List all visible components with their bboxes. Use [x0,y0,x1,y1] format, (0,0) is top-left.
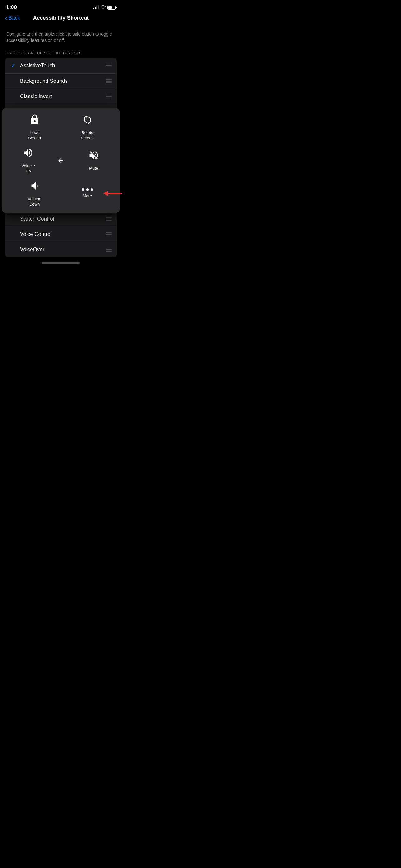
popup-item-mute[interactable]: Mute [81,150,106,171]
volume-down-icon [29,180,40,194]
rotate-icon [82,114,93,128]
list-item-assistive-touch[interactable]: ✓ AssistiveTouch [5,58,117,74]
popup-item-rotate-screen[interactable]: RotateScreen [75,114,100,141]
drag-handle[interactable] [106,232,112,236]
signal-icon [93,6,99,9]
page-title: Accessibility Shortcut [33,15,89,21]
list-item-switch-control[interactable]: Switch Control [5,212,117,227]
popup-item-lock-screen[interactable]: LockScreen [22,114,47,141]
popup-back-arrow[interactable] [56,157,66,164]
status-icons [93,5,115,10]
popup-item-volume-up[interactable]: VolumeUp [15,147,41,174]
more-dots-icon [82,188,93,191]
list-item-label: Switch Control [20,216,54,222]
status-bar: 1:00 [0,0,122,12]
battery-icon [107,6,115,10]
popup-item-volume-down[interactable]: VolumeDown [22,180,47,207]
popup-item-more[interactable]: More [75,188,100,199]
list-item-voice-control[interactable]: Voice Control [5,227,117,242]
description-text: Configure and then triple-click the side… [0,26,122,46]
section-header: TRIPLE-CLICK THE SIDE BUTTON FOR: [0,46,122,58]
popup-label: VolumeUp [22,163,35,174]
list-item-label: Classic Invert [20,93,52,100]
annotation-arrow [103,191,122,196]
list-item-background-sounds[interactable]: Background Sounds [5,74,117,89]
popup-label: RotateScreen [81,130,94,141]
popup-label: More [83,193,92,199]
popup-label: Mute [89,166,98,171]
drag-handle[interactable] [106,95,112,98]
list-item-classic-invert[interactable]: Classic Invert [5,89,117,104]
list-item-label: Background Sounds [20,78,68,84]
lock-icon [29,114,40,128]
drag-handle[interactable] [106,80,112,83]
checkmark-icon: ✓ [10,62,16,69]
back-button[interactable]: ‹ Back [5,15,20,21]
popup-label: LockScreen [28,130,41,141]
list-item-label: VoiceOver [20,247,44,253]
drag-handle[interactable] [106,217,112,221]
shortcut-list: ✓ AssistiveTouch Background Sounds Class… [5,58,117,257]
wifi-icon [101,5,106,10]
status-time: 1:00 [6,4,17,11]
list-item-label: AssistiveTouch [20,62,55,69]
drag-handle[interactable] [106,64,112,67]
home-indicator [0,257,122,266]
chevron-left-icon: ‹ [5,15,7,21]
list-item-label: Voice Control [20,231,52,238]
volume-up-icon [23,147,34,161]
assistive-touch-popup: LockScreen RotateScreen VolumeUp [2,108,120,213]
back-label: Back [8,15,20,21]
list-item-voiceover[interactable]: VoiceOver [5,242,117,257]
drag-handle[interactable] [106,248,112,251]
popup-label: VolumeDown [28,196,41,207]
mute-icon [88,150,99,163]
header: ‹ Back Accessibility Shortcut [0,12,122,26]
